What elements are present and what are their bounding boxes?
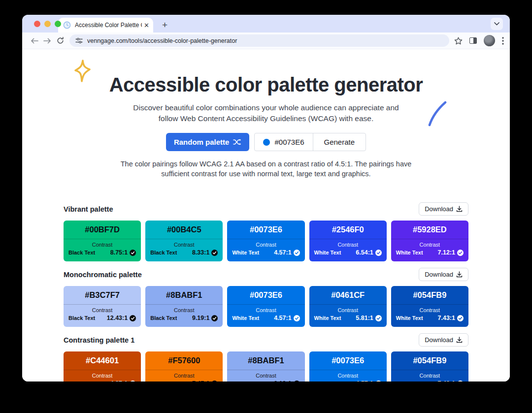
address-bar[interactable]: venngage.com/tools/accessible-color-pale… bbox=[69, 34, 449, 47]
color-swatch-card[interactable]: #2546F0ContrastWhite Text6.54:1 bbox=[309, 221, 387, 261]
color-swatch-card[interactable]: #5928EDContrastWhite Text7.12:1 bbox=[391, 221, 468, 261]
page-title: Accessible color palette generator bbox=[22, 74, 510, 96]
color-input-group: #0073E6 Generate bbox=[254, 133, 366, 151]
swatch-hex[interactable]: #5928ED bbox=[391, 221, 468, 239]
swatch-hex[interactable]: #B3C7F7 bbox=[64, 286, 141, 304]
swatch-hex[interactable]: #054FB9 bbox=[391, 286, 468, 304]
swatch-hex[interactable]: #8BABF1 bbox=[145, 286, 223, 304]
color-swatch-card[interactable]: #0073E6ContrastWhite Text4.57:1 bbox=[227, 221, 304, 261]
swatch-hex[interactable]: #054FB9 bbox=[391, 351, 468, 370]
color-hex-value[interactable]: #0073E6 bbox=[274, 138, 304, 146]
swatch-hex[interactable]: #F57600 bbox=[145, 351, 223, 370]
swatch-hex[interactable]: #00B4C5 bbox=[145, 221, 223, 239]
contrast-block: ContrastBlack Text8.33:1 bbox=[145, 239, 223, 256]
color-input[interactable]: #0073E6 bbox=[255, 133, 312, 151]
close-window-button[interactable] bbox=[34, 21, 40, 27]
swatch-hex[interactable]: #00BF7D bbox=[64, 221, 141, 239]
contrast-label: Contrast bbox=[145, 307, 223, 313]
browser-toolbar: venngage.com/tools/accessible-color-pale… bbox=[22, 32, 510, 49]
generator-controls: Random palette #0073E6 Generate bbox=[22, 133, 510, 151]
side-panel-icon[interactable] bbox=[469, 37, 477, 44]
contrast-label: Contrast bbox=[391, 373, 468, 379]
browser-menu-icon[interactable] bbox=[502, 37, 504, 45]
contrast-block: ContrastWhite Text4.97:1 bbox=[64, 370, 141, 381]
color-swatch-card[interactable]: #00BF7DContrastBlack Text8.75:1 bbox=[64, 221, 141, 261]
generate-button[interactable]: Generate bbox=[313, 133, 366, 151]
chevron-down-icon bbox=[494, 22, 499, 26]
contrast-ratio: 7.12:1 bbox=[438, 249, 455, 256]
tab-strip: Accessible Color Palette Gene ✕ + bbox=[22, 15, 510, 32]
contrast-block: ContrastWhite Text5.81:1 bbox=[309, 304, 387, 321]
download-icon bbox=[456, 337, 463, 343]
contrast-label: Contrast bbox=[309, 242, 387, 248]
download-button[interactable]: Download bbox=[419, 202, 468, 216]
back-button[interactable] bbox=[28, 38, 41, 44]
contrast-block: ContrastWhite Text6.54:1 bbox=[309, 239, 387, 256]
contrast-block: ContrastBlack Text7.47:1 bbox=[145, 370, 223, 381]
check-icon bbox=[294, 315, 300, 321]
contrast-label: Contrast bbox=[391, 307, 468, 313]
swatch-hex[interactable]: #0073E6 bbox=[227, 286, 304, 304]
contrast-label: Contrast bbox=[64, 307, 141, 313]
browser-tab[interactable]: Accessible Color Palette Gene ✕ bbox=[58, 18, 153, 32]
check-icon bbox=[457, 381, 464, 382]
contrast-label: Contrast bbox=[227, 307, 304, 313]
contrast-block: ContrastWhite Text4.57:1 bbox=[227, 239, 304, 256]
reload-button[interactable] bbox=[54, 37, 66, 44]
color-swatch-dot[interactable] bbox=[263, 139, 270, 146]
contrast-label: Contrast bbox=[145, 242, 223, 248]
check-icon bbox=[294, 381, 300, 382]
contrast-label: Contrast bbox=[391, 242, 468, 248]
contrast-block: ContrastWhite Text7.43:1 bbox=[391, 370, 468, 381]
color-swatch-card[interactable]: #8BABF1ContrastBlack Text9.19:1 bbox=[227, 351, 304, 381]
check-icon bbox=[294, 250, 300, 256]
color-swatch-card[interactable]: #0073E6ContrastWhite Text4.57:1 bbox=[309, 351, 387, 381]
random-palette-button[interactable]: Random palette bbox=[166, 133, 250, 151]
swatch-hex[interactable]: #C44601 bbox=[64, 351, 141, 370]
text-type-label: Black Text bbox=[150, 250, 177, 255]
swatch-hex[interactable]: #0461CF bbox=[309, 286, 387, 304]
color-swatch-card[interactable]: #C44601ContrastWhite Text4.97:1 bbox=[64, 351, 141, 381]
color-swatch-card[interactable]: #00B4C5ContrastBlack Text8.33:1 bbox=[145, 221, 223, 261]
download-button[interactable]: Download bbox=[419, 268, 468, 281]
reload-icon bbox=[57, 37, 64, 44]
tab-search-chevron-button[interactable] bbox=[491, 18, 503, 30]
color-swatch-card[interactable]: #054FB9ContrastWhite Text7.43:1 bbox=[391, 286, 468, 327]
palette-title: Monochromatic palette bbox=[64, 271, 142, 279]
check-icon bbox=[211, 250, 218, 256]
download-icon bbox=[456, 271, 463, 278]
contrast-label: Contrast bbox=[309, 373, 387, 379]
check-icon bbox=[457, 250, 464, 256]
swatch-hex[interactable]: #2546F0 bbox=[309, 221, 387, 239]
bookmark-star-icon[interactable] bbox=[454, 37, 463, 45]
minimize-window-button[interactable] bbox=[44, 21, 51, 27]
text-type-label: White Text bbox=[314, 381, 341, 381]
check-icon bbox=[130, 381, 136, 382]
color-swatch-card[interactable]: #8BABF1ContrastBlack Text9.19:1 bbox=[145, 286, 223, 327]
color-swatch-card[interactable]: #B3C7F7ContrastBlack Text12.43:1 bbox=[64, 286, 141, 327]
color-swatch-card[interactable]: #0073E6ContrastWhite Text4.57:1 bbox=[227, 286, 304, 327]
new-tab-button[interactable]: + bbox=[162, 20, 167, 30]
swatch-hex[interactable]: #0073E6 bbox=[227, 221, 304, 239]
maximize-window-button[interactable] bbox=[55, 21, 61, 27]
palette-sections: Vibrant paletteDownload#00BF7DContrastBl… bbox=[64, 202, 468, 381]
contrast-label: Contrast bbox=[227, 242, 304, 248]
profile-avatar[interactable] bbox=[484, 35, 495, 46]
color-swatch-card[interactable]: #F57600ContrastBlack Text7.47:1 bbox=[145, 351, 223, 381]
download-button[interactable]: Download bbox=[419, 333, 468, 347]
contrast-block: ContrastWhite Text4.57:1 bbox=[227, 304, 304, 321]
contrast-ratio: 9.19:1 bbox=[192, 315, 209, 321]
site-favicon-icon bbox=[63, 21, 71, 29]
forward-button[interactable] bbox=[41, 38, 54, 44]
swatch-hex[interactable]: #8BABF1 bbox=[227, 351, 304, 370]
contrast-ratio: 8.75:1 bbox=[110, 249, 128, 256]
text-type-label: Black Text bbox=[68, 315, 95, 321]
color-swatch-card[interactable]: #054FB9ContrastWhite Text7.43:1 bbox=[391, 351, 468, 381]
check-icon bbox=[375, 381, 382, 382]
text-type-label: Black Text bbox=[150, 381, 177, 381]
swatch-hex[interactable]: #0073E6 bbox=[309, 351, 387, 370]
color-swatch-card[interactable]: #0461CFContrastWhite Text5.81:1 bbox=[309, 286, 387, 327]
tab-close-icon[interactable]: ✕ bbox=[144, 22, 149, 29]
forward-arrow-icon bbox=[43, 38, 51, 44]
contrast-block: ContrastWhite Text7.12:1 bbox=[391, 239, 468, 256]
